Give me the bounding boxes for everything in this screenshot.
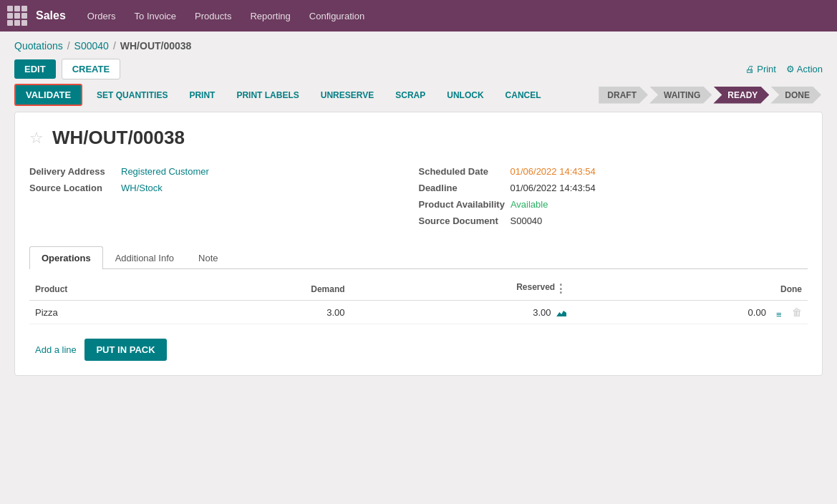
scrap-button[interactable]: SCRAP	[388, 87, 432, 104]
favorite-icon[interactable]: ☆	[29, 129, 44, 147]
source-document-value: S00040	[511, 215, 543, 226]
table-header-row: Product Demand Reserved ⋮ Done	[29, 278, 808, 301]
cell-product: Pizza	[29, 301, 188, 324]
source-location-value[interactable]: WH/Stock	[121, 183, 163, 193]
delivery-address-row: Delivery Address Registered Customer	[29, 163, 419, 180]
document-title: WH/OUT/00038	[52, 127, 185, 149]
delivery-address-label: Delivery Address	[29, 166, 115, 177]
status-ready: READY	[713, 87, 769, 104]
col-demand: Demand	[188, 278, 351, 301]
status-waiting: WAITING	[649, 87, 712, 104]
main-card: ☆ WH/OUT/00038 Delivery Address Register…	[14, 112, 823, 376]
product-availability-row: Product Availability Available	[419, 196, 808, 213]
source-document-row: Source Document S00040	[419, 213, 808, 229]
unlock-button[interactable]: UNLOCK	[440, 87, 490, 104]
deadline-value: 01/06/2022 14:43:54	[511, 183, 596, 193]
cell-done: 0.00 ≡ 🗑	[572, 301, 808, 324]
scheduled-date-label: Scheduled Date	[419, 166, 505, 177]
action-dropdown[interactable]: ⚙ Action	[786, 64, 823, 74]
column-options-icon[interactable]: ⋮	[555, 282, 566, 296]
cell-demand: 3.00	[188, 301, 351, 324]
add-line-button[interactable]: Add a line	[29, 340, 82, 359]
col-product: Product	[29, 278, 188, 301]
doc-title-row: ☆ WH/OUT/00038	[29, 127, 808, 149]
print-action[interactable]: 🖨 Print	[745, 64, 776, 74]
status-draft: DRAFT	[599, 87, 648, 104]
status-pipeline: DRAFT WAITING READY DONE	[599, 87, 823, 104]
detail-list-icon[interactable]: ≡	[772, 309, 782, 318]
col-reserved: Reserved ⋮	[351, 278, 573, 301]
nav-configuration[interactable]: Configuration	[302, 8, 372, 24]
cell-reserved: 3.00	[351, 301, 573, 324]
app-grid-icon[interactable]	[7, 6, 27, 26]
breadcrumb: Quotations / S00040 / WH/OUT/00038	[14, 40, 823, 52]
edit-button[interactable]: EDIT	[14, 59, 56, 79]
deadline-row: Deadline 01/06/2022 14:43:54	[419, 180, 808, 196]
operations-table: Product Demand Reserved ⋮ Done Pizza 3.0…	[29, 278, 808, 324]
nav-to-invoice[interactable]: To Invoice	[127, 8, 184, 24]
source-location-label: Source Location	[29, 183, 115, 193]
breadcrumb-current: WH/OUT/00038	[120, 40, 192, 52]
nav-products[interactable]: Products	[188, 8, 238, 24]
nav-orders[interactable]: Orders	[80, 8, 123, 24]
brand-name: Sales	[36, 9, 66, 22]
scheduled-date-value: 01/06/2022 14:43:54	[511, 166, 596, 177]
table-row: Pizza 3.00 3.00 0.00 ≡ 🗑	[29, 301, 808, 324]
source-document-label: Source Document	[419, 215, 505, 226]
tab-additional-info[interactable]: Additional Info	[103, 246, 186, 269]
put-in-pack-button[interactable]: PUT IN PACK	[84, 339, 166, 361]
print-icon: 🖨	[745, 64, 758, 74]
top-actions: 🖨 Print ⚙ Action	[745, 64, 823, 74]
forecast-chart-icon[interactable]	[556, 309, 566, 316]
breadcrumb-s00040[interactable]: S00040	[74, 40, 109, 52]
tab-note[interactable]: Note	[186, 246, 230, 269]
create-button[interactable]: CREATE	[62, 59, 120, 79]
fields-grid: Delivery Address Registered Customer Sou…	[29, 163, 808, 229]
validate-button[interactable]: VALIDATE	[14, 84, 82, 106]
product-availability-value: Available	[511, 199, 548, 210]
delete-row-icon[interactable]: 🗑	[792, 306, 802, 318]
tabs: Operations Additional Info Note	[29, 246, 808, 269]
scheduled-date-row: Scheduled Date 01/06/2022 14:43:54	[419, 163, 808, 180]
print-labels-button[interactable]: PRINT LABELS	[229, 87, 306, 104]
set-quantities-button[interactable]: SET QUANTITIES	[89, 87, 175, 104]
status-done: DONE	[770, 87, 821, 104]
tab-operations[interactable]: Operations	[29, 246, 103, 269]
cancel-button[interactable]: CANCEL	[498, 87, 548, 104]
nav-reporting[interactable]: Reporting	[243, 8, 297, 24]
source-location-row: Source Location WH/Stock	[29, 180, 419, 196]
product-availability-label: Product Availability	[419, 199, 505, 210]
unreserve-button[interactable]: UNRESERVE	[314, 87, 381, 104]
gear-icon: ⚙	[786, 64, 797, 74]
top-navigation: Sales Orders To Invoice Products Reporti…	[0, 0, 837, 32]
print-button[interactable]: PRINT	[182, 87, 222, 104]
validate-bar: VALIDATE SET QUANTITIES PRINT PRINT LABE…	[14, 84, 823, 106]
action-bar: EDIT CREATE 🖨 Print ⚙ Action	[14, 59, 823, 79]
delivery-address-value[interactable]: Registered Customer	[121, 166, 209, 177]
breadcrumb-quotations[interactable]: Quotations	[14, 40, 63, 52]
deadline-label: Deadline	[419, 183, 505, 193]
col-done: Done	[572, 278, 808, 301]
